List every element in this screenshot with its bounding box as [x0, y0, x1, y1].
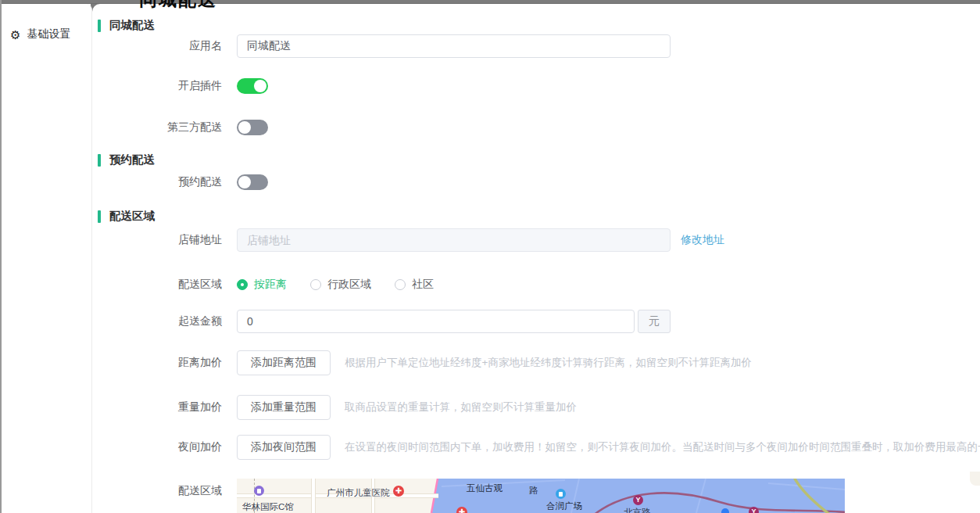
map-road	[311, 479, 316, 513]
toggle-knob	[254, 80, 266, 92]
enable-plugin-toggle[interactable]	[237, 78, 268, 94]
modify-address-link[interactable]: 修改地址	[681, 233, 724, 247]
min-amount-row: 起送金额 元	[92, 310, 980, 333]
section-accent-bar	[98, 20, 101, 32]
section-title-reserve-delivery: 预约配送	[98, 153, 980, 167]
sidebar: ⚙ 基础设置	[2, 4, 92, 513]
store-address-label: 店铺地址	[92, 233, 237, 247]
enable-plugin-row: 开启插件	[92, 78, 980, 94]
delivery-area-map[interactable]: 华林国际C馆 广州市儿童医院 ✚ ✚ 五仙古观 路 合润广场 Y 北京路 Y	[237, 479, 845, 513]
section-title-delivery-area: 配送区域	[98, 210, 980, 223]
third-party-row: 第三方配送	[92, 120, 980, 135]
night-fee-row: 夜间加价 添加夜间范围 在设置的夜间时间范围内下单，加收费用！如留空，则不计算夜…	[92, 435, 980, 460]
sidebar-item-label: 基础设置	[27, 27, 70, 41]
third-party-label: 第三方配送	[92, 120, 237, 135]
store-address-input[interactable]	[237, 228, 671, 252]
reserve-delivery-label: 预约配送	[92, 175, 237, 189]
delivery-map-label: 配送区域	[92, 479, 237, 498]
mall-icon	[254, 486, 264, 496]
section-accent-bar	[98, 210, 101, 223]
hospital-cross-icon: ✚	[456, 507, 467, 513]
store-address-row: 店铺地址 修改地址	[92, 228, 980, 252]
toggle-knob	[238, 176, 251, 188]
reserve-delivery-row: 预约配送	[92, 174, 980, 190]
distance-fee-row: 距离加价 添加距离范围 根据用户下单定位地址经纬度+商家地址经纬度计算骑行距离，…	[92, 350, 980, 375]
map-label-hualin: 华林国际C馆	[242, 501, 294, 513]
map-label-beijing-road: 北京路	[624, 507, 651, 513]
radio-community[interactable]: 社区	[395, 278, 434, 292]
metro-station-icon: Y	[749, 507, 759, 513]
metro-station-icon: Y	[633, 495, 643, 505]
building-icon	[556, 489, 566, 499]
weight-fee-row: 重量加价 添加重量范围 取商品设置的重量计算，如留空则不计算重量加价	[92, 395, 980, 420]
map-fragment	[970, 472, 980, 486]
distance-fee-hint: 根据用户下单定位地址经纬度+商家地址经纬度计算骑行距离，如留空则不计算距离加价	[345, 356, 752, 370]
add-night-range-button[interactable]: 添加夜间范围	[237, 435, 331, 460]
area-mode-row: 配送区域 按距离 行政区域 社区	[92, 278, 980, 292]
radio-unchecked-icon	[395, 279, 406, 290]
add-distance-range-button[interactable]: 添加距离范围	[237, 350, 331, 375]
add-weight-range-button[interactable]: 添加重量范围	[237, 395, 331, 420]
map-label-herun: 合润广场	[546, 500, 582, 512]
map-label-wuxian: 五仙古观	[467, 483, 503, 494]
reserve-delivery-toggle[interactable]	[237, 174, 268, 190]
gear-icon: ⚙	[10, 29, 20, 41]
area-mode-label: 配送区域	[92, 278, 237, 292]
area-mode-radio-group: 按距离 行政区域 社区	[237, 278, 434, 292]
app-name-input[interactable]	[237, 34, 671, 58]
night-fee-label: 夜间加价	[92, 440, 237, 454]
enable-plugin-label: 开启插件	[92, 79, 237, 93]
currency-suffix: 元	[638, 310, 671, 333]
app-name-row: 应用名	[92, 34, 980, 58]
distance-fee-label: 距离加价	[92, 356, 237, 370]
section-accent-bar	[98, 154, 101, 167]
min-amount-label: 起送金额	[92, 314, 237, 328]
delivery-map-row: 配送区域 华林国际C馆 广州市儿童医院 ✚ ✚	[92, 479, 980, 513]
window-left-edge	[0, 0, 2, 513]
weight-fee-hint: 取商品设置的重量计算，如留空则不计算重量加价	[345, 400, 577, 414]
sidebar-item-basic-settings[interactable]: ⚙ 基础设置	[2, 4, 91, 49]
map-label-road: 路	[529, 485, 538, 497]
toggle-knob	[238, 121, 251, 134]
page-title: 同城配送	[139, 0, 217, 12]
third-party-toggle[interactable]	[237, 120, 268, 135]
min-amount-input[interactable]	[237, 310, 635, 333]
weight-fee-label: 重量加价	[92, 400, 237, 414]
night-fee-hint: 在设置的夜间时间范围内下单，加收费用！如留空，则不计算夜间加价。当配送时间与多个…	[345, 440, 980, 454]
radio-by-distance[interactable]: 按距离	[237, 278, 287, 292]
radio-admin-region[interactable]: 行政区域	[310, 278, 371, 292]
map-label-hospital: 广州市儿童医院	[327, 487, 390, 499]
radio-unchecked-icon	[310, 279, 321, 290]
hospital-cross-icon: ✚	[393, 486, 404, 497]
section-title-city-delivery: 同城配送	[98, 19, 980, 32]
settings-form: 同城配送 应用名 开启插件 第三方配送 预约配送 预约配送 配送区域 店铺地址 …	[92, 4, 980, 513]
app-name-label: 应用名	[92, 39, 237, 53]
map-point-icon	[721, 508, 729, 513]
radio-checked-icon	[237, 279, 248, 290]
